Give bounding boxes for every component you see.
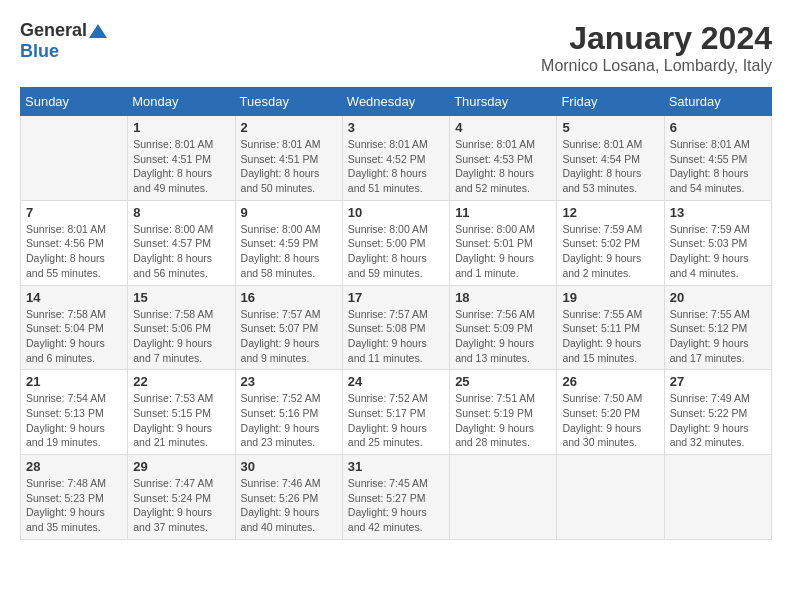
calendar-cell: 25Sunrise: 7:51 AMSunset: 5:19 PMDayligh… xyxy=(450,370,557,455)
day-number: 8 xyxy=(133,205,229,220)
day-info: Sunrise: 7:57 AMSunset: 5:08 PMDaylight:… xyxy=(348,307,444,366)
day-number: 10 xyxy=(348,205,444,220)
day-number: 4 xyxy=(455,120,551,135)
day-info: Sunrise: 8:01 AMSunset: 4:53 PMDaylight:… xyxy=(455,137,551,196)
calendar-cell: 4Sunrise: 8:01 AMSunset: 4:53 PMDaylight… xyxy=(450,116,557,201)
week-row-5: 28Sunrise: 7:48 AMSunset: 5:23 PMDayligh… xyxy=(21,455,772,540)
day-info: Sunrise: 7:45 AMSunset: 5:27 PMDaylight:… xyxy=(348,476,444,535)
week-row-1: 1Sunrise: 8:01 AMSunset: 4:51 PMDaylight… xyxy=(21,116,772,201)
calendar-cell: 10Sunrise: 8:00 AMSunset: 5:00 PMDayligh… xyxy=(342,200,449,285)
day-number: 27 xyxy=(670,374,766,389)
day-number: 13 xyxy=(670,205,766,220)
calendar-cell: 16Sunrise: 7:57 AMSunset: 5:07 PMDayligh… xyxy=(235,285,342,370)
day-number: 24 xyxy=(348,374,444,389)
weekday-tuesday: Tuesday xyxy=(235,88,342,116)
day-number: 19 xyxy=(562,290,658,305)
day-number: 11 xyxy=(455,205,551,220)
day-number: 12 xyxy=(562,205,658,220)
calendar-cell xyxy=(450,455,557,540)
calendar-cell: 19Sunrise: 7:55 AMSunset: 5:11 PMDayligh… xyxy=(557,285,664,370)
svg-marker-0 xyxy=(89,24,107,38)
day-info: Sunrise: 7:54 AMSunset: 5:13 PMDaylight:… xyxy=(26,391,122,450)
logo-blue-text: Blue xyxy=(20,41,59,62)
day-info: Sunrise: 8:01 AMSunset: 4:56 PMDaylight:… xyxy=(26,222,122,281)
calendar-cell: 2Sunrise: 8:01 AMSunset: 4:51 PMDaylight… xyxy=(235,116,342,201)
day-number: 28 xyxy=(26,459,122,474)
calendar-cell xyxy=(664,455,771,540)
day-number: 22 xyxy=(133,374,229,389)
week-row-3: 14Sunrise: 7:58 AMSunset: 5:04 PMDayligh… xyxy=(21,285,772,370)
calendar-cell: 26Sunrise: 7:50 AMSunset: 5:20 PMDayligh… xyxy=(557,370,664,455)
day-info: Sunrise: 7:59 AMSunset: 5:03 PMDaylight:… xyxy=(670,222,766,281)
day-info: Sunrise: 8:01 AMSunset: 4:54 PMDaylight:… xyxy=(562,137,658,196)
day-info: Sunrise: 7:48 AMSunset: 5:23 PMDaylight:… xyxy=(26,476,122,535)
day-number: 21 xyxy=(26,374,122,389)
day-number: 29 xyxy=(133,459,229,474)
day-number: 31 xyxy=(348,459,444,474)
day-number: 23 xyxy=(241,374,337,389)
day-number: 3 xyxy=(348,120,444,135)
calendar-cell xyxy=(21,116,128,201)
calendar-cell: 11Sunrise: 8:00 AMSunset: 5:01 PMDayligh… xyxy=(450,200,557,285)
logo-icon xyxy=(89,22,107,40)
calendar-cell: 8Sunrise: 8:00 AMSunset: 4:57 PMDaylight… xyxy=(128,200,235,285)
day-number: 7 xyxy=(26,205,122,220)
calendar-cell: 23Sunrise: 7:52 AMSunset: 5:16 PMDayligh… xyxy=(235,370,342,455)
header: General Blue January 2024 Mornico Losana… xyxy=(20,20,772,75)
day-number: 9 xyxy=(241,205,337,220)
day-info: Sunrise: 8:01 AMSunset: 4:51 PMDaylight:… xyxy=(241,137,337,196)
day-info: Sunrise: 8:00 AMSunset: 4:59 PMDaylight:… xyxy=(241,222,337,281)
calendar-cell: 22Sunrise: 7:53 AMSunset: 5:15 PMDayligh… xyxy=(128,370,235,455)
week-row-4: 21Sunrise: 7:54 AMSunset: 5:13 PMDayligh… xyxy=(21,370,772,455)
calendar-header: SundayMondayTuesdayWednesdayThursdayFrid… xyxy=(21,88,772,116)
day-info: Sunrise: 7:58 AMSunset: 5:06 PMDaylight:… xyxy=(133,307,229,366)
day-info: Sunrise: 7:47 AMSunset: 5:24 PMDaylight:… xyxy=(133,476,229,535)
day-info: Sunrise: 7:55 AMSunset: 5:12 PMDaylight:… xyxy=(670,307,766,366)
day-info: Sunrise: 8:00 AMSunset: 5:01 PMDaylight:… xyxy=(455,222,551,281)
calendar-subtitle: Mornico Losana, Lombardy, Italy xyxy=(541,57,772,75)
calendar-cell: 28Sunrise: 7:48 AMSunset: 5:23 PMDayligh… xyxy=(21,455,128,540)
day-info: Sunrise: 7:57 AMSunset: 5:07 PMDaylight:… xyxy=(241,307,337,366)
weekday-wednesday: Wednesday xyxy=(342,88,449,116)
day-info: Sunrise: 7:56 AMSunset: 5:09 PMDaylight:… xyxy=(455,307,551,366)
calendar-cell: 30Sunrise: 7:46 AMSunset: 5:26 PMDayligh… xyxy=(235,455,342,540)
calendar-cell: 17Sunrise: 7:57 AMSunset: 5:08 PMDayligh… xyxy=(342,285,449,370)
weekday-friday: Friday xyxy=(557,88,664,116)
day-number: 17 xyxy=(348,290,444,305)
calendar-cell: 6Sunrise: 8:01 AMSunset: 4:55 PMDaylight… xyxy=(664,116,771,201)
week-row-2: 7Sunrise: 8:01 AMSunset: 4:56 PMDaylight… xyxy=(21,200,772,285)
day-info: Sunrise: 7:52 AMSunset: 5:17 PMDaylight:… xyxy=(348,391,444,450)
calendar-cell: 15Sunrise: 7:58 AMSunset: 5:06 PMDayligh… xyxy=(128,285,235,370)
calendar-cell: 20Sunrise: 7:55 AMSunset: 5:12 PMDayligh… xyxy=(664,285,771,370)
calendar-cell: 12Sunrise: 7:59 AMSunset: 5:02 PMDayligh… xyxy=(557,200,664,285)
day-number: 20 xyxy=(670,290,766,305)
calendar-cell: 21Sunrise: 7:54 AMSunset: 5:13 PMDayligh… xyxy=(21,370,128,455)
weekday-header-row: SundayMondayTuesdayWednesdayThursdayFrid… xyxy=(21,88,772,116)
day-info: Sunrise: 8:01 AMSunset: 4:55 PMDaylight:… xyxy=(670,137,766,196)
day-info: Sunrise: 8:01 AMSunset: 4:51 PMDaylight:… xyxy=(133,137,229,196)
calendar-cell: 18Sunrise: 7:56 AMSunset: 5:09 PMDayligh… xyxy=(450,285,557,370)
day-info: Sunrise: 7:58 AMSunset: 5:04 PMDaylight:… xyxy=(26,307,122,366)
calendar-cell xyxy=(557,455,664,540)
logo-general-text: General xyxy=(20,20,87,41)
day-number: 5 xyxy=(562,120,658,135)
calendar-cell: 31Sunrise: 7:45 AMSunset: 5:27 PMDayligh… xyxy=(342,455,449,540)
calendar-cell: 14Sunrise: 7:58 AMSunset: 5:04 PMDayligh… xyxy=(21,285,128,370)
calendar-cell: 5Sunrise: 8:01 AMSunset: 4:54 PMDaylight… xyxy=(557,116,664,201)
day-number: 15 xyxy=(133,290,229,305)
day-info: Sunrise: 7:51 AMSunset: 5:19 PMDaylight:… xyxy=(455,391,551,450)
day-number: 26 xyxy=(562,374,658,389)
calendar-cell: 7Sunrise: 8:01 AMSunset: 4:56 PMDaylight… xyxy=(21,200,128,285)
day-info: Sunrise: 7:55 AMSunset: 5:11 PMDaylight:… xyxy=(562,307,658,366)
weekday-sunday: Sunday xyxy=(21,88,128,116)
calendar-cell: 9Sunrise: 8:00 AMSunset: 4:59 PMDaylight… xyxy=(235,200,342,285)
calendar-cell: 29Sunrise: 7:47 AMSunset: 5:24 PMDayligh… xyxy=(128,455,235,540)
calendar-cell: 24Sunrise: 7:52 AMSunset: 5:17 PMDayligh… xyxy=(342,370,449,455)
weekday-saturday: Saturday xyxy=(664,88,771,116)
calendar-table: SundayMondayTuesdayWednesdayThursdayFrid… xyxy=(20,87,772,540)
day-number: 18 xyxy=(455,290,551,305)
day-info: Sunrise: 7:49 AMSunset: 5:22 PMDaylight:… xyxy=(670,391,766,450)
calendar-body: 1Sunrise: 8:01 AMSunset: 4:51 PMDaylight… xyxy=(21,116,772,540)
weekday-thursday: Thursday xyxy=(450,88,557,116)
calendar-cell: 13Sunrise: 7:59 AMSunset: 5:03 PMDayligh… xyxy=(664,200,771,285)
